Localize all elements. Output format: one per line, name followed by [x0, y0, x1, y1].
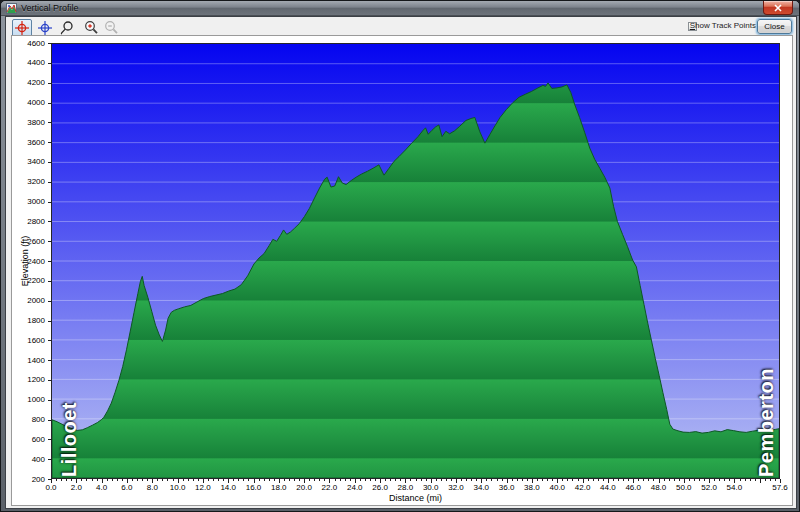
x-minor-tick: [765, 479, 766, 481]
x-minor-tick: [289, 479, 290, 481]
x-minor-tick: [314, 479, 315, 481]
y-tick: [48, 459, 52, 460]
y-tick-label: 400: [15, 455, 45, 464]
x-minor-tick: [471, 479, 472, 481]
profile-chart-svg: [52, 44, 779, 478]
x-minor-tick: [390, 479, 391, 481]
x-minor-tick: [476, 479, 477, 481]
x-minor-tick: [724, 479, 725, 481]
x-minor-tick: [345, 479, 346, 481]
x-minor-tick: [243, 479, 244, 481]
x-minor-tick: [350, 479, 351, 481]
x-minor-tick: [71, 479, 72, 481]
x-minor-tick: [173, 479, 174, 481]
close-button[interactable]: Close: [757, 19, 792, 34]
x-minor-tick: [562, 479, 563, 481]
x-minor-tick: [92, 479, 93, 481]
x-minor-tick: [370, 479, 371, 481]
y-tick-label: 4400: [15, 58, 45, 67]
x-minor-tick: [593, 479, 594, 481]
y-tick: [48, 380, 52, 381]
x-minor-tick: [441, 479, 442, 481]
x-minor-tick: [436, 479, 437, 481]
x-minor-tick: [648, 479, 649, 481]
y-tick-label: 3600: [15, 138, 45, 147]
x-minor-tick: [86, 479, 87, 481]
x-minor-tick: [755, 479, 756, 481]
x-minor-tick: [745, 479, 746, 481]
y-tick: [48, 420, 52, 421]
x-minor-tick: [284, 479, 285, 481]
x-tick-label: 54.0: [719, 483, 749, 492]
x-minor-tick: [502, 479, 503, 481]
x-minor-tick: [340, 479, 341, 481]
y-tick: [48, 340, 52, 341]
x-minor-tick: [274, 479, 275, 481]
x-minor-tick: [567, 479, 568, 481]
x-minor-tick: [714, 479, 715, 481]
x-minor-tick: [598, 479, 599, 481]
y-tick-label: 2400: [15, 257, 45, 266]
chart-panel: Lillooet Pemberton Elevation (ft) Distan…: [11, 35, 793, 506]
x-minor-tick: [486, 479, 487, 481]
x-minor-tick: [694, 479, 695, 481]
x-minor-tick: [729, 479, 730, 481]
zoom-in-icon: [83, 20, 99, 36]
show-track-points-label[interactable]: Show Track Points: [690, 21, 756, 30]
x-minor-tick: [188, 479, 189, 481]
y-tick: [48, 439, 52, 440]
x-minor-tick: [167, 479, 168, 481]
y-tick: [48, 43, 52, 44]
x-minor-tick: [547, 479, 548, 481]
y-tick-label: 4200: [15, 78, 45, 87]
x-minor-tick: [578, 479, 579, 481]
x-minor-tick: [360, 479, 361, 481]
x-minor-tick: [537, 479, 538, 481]
lasso-select-icon: [59, 20, 75, 36]
x-minor-tick: [588, 479, 589, 481]
x-minor-tick: [248, 479, 249, 481]
y-tick-label: 3400: [15, 157, 45, 166]
x-minor-tick: [466, 479, 467, 481]
track-pan-blue-icon: [37, 20, 53, 36]
x-minor-tick: [198, 479, 199, 481]
y-tick: [48, 301, 52, 302]
x-minor-tick: [740, 479, 741, 481]
window-title: Vertical Profile: [21, 3, 79, 13]
x-axis-title: Distance (mi): [51, 493, 780, 503]
y-tick-label: 1600: [15, 336, 45, 345]
vertical-profile-window: Vertical Profile: [0, 0, 800, 512]
x-tick: [760, 479, 761, 483]
x-minor-tick: [679, 479, 680, 481]
x-minor-tick: [147, 479, 148, 481]
y-tick-label: 3000: [15, 197, 45, 206]
x-minor-tick: [623, 479, 624, 481]
x-minor-tick: [674, 479, 675, 481]
y-tick-label: 4000: [15, 98, 45, 107]
window-close-button[interactable]: [763, 1, 793, 15]
client-area: Show Track Points Close: [5, 16, 797, 509]
y-tick-label: 2000: [15, 296, 45, 305]
y-tick: [48, 281, 52, 282]
y-tick-label: 600: [15, 435, 45, 444]
x-minor-tick: [689, 479, 690, 481]
x-minor-tick: [259, 479, 260, 481]
y-tick-label: 1000: [15, 395, 45, 404]
y-tick: [48, 122, 52, 123]
x-minor-tick: [572, 479, 573, 481]
x-minor-tick: [162, 479, 163, 481]
x-minor-tick: [365, 479, 366, 481]
x-minor-tick: [750, 479, 751, 481]
titlebar[interactable]: Vertical Profile: [1, 1, 799, 16]
x-minor-tick: [81, 479, 82, 481]
x-minor-tick: [517, 479, 518, 481]
x-minor-tick: [653, 479, 654, 481]
y-tick-label: 800: [15, 415, 45, 424]
x-minor-tick: [426, 479, 427, 481]
x-minor-tick: [157, 479, 158, 481]
elevation-profile-plot[interactable]: Lillooet Pemberton: [51, 43, 780, 479]
x-minor-tick: [638, 479, 639, 481]
app-icon: [6, 3, 17, 14]
x-minor-tick: [719, 479, 720, 481]
x-minor-tick: [669, 479, 670, 481]
